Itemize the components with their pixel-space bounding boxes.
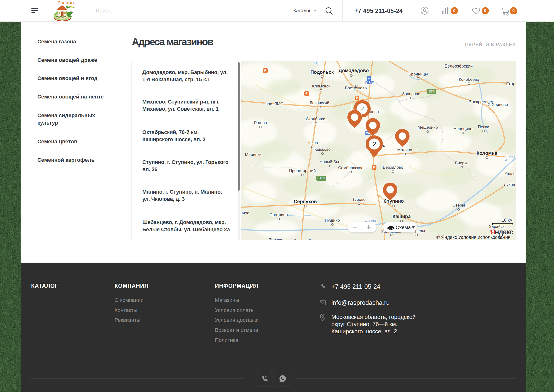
svg-text:Кашира: Кашира	[393, 214, 411, 219]
svg-text:Егорь: Егорь	[506, 82, 516, 86]
svg-text:₽: ₽	[264, 69, 266, 72]
svg-text:Серпухов: Серпухов	[294, 199, 317, 204]
svg-text:ничи: ничи	[241, 210, 249, 215]
svg-text:Заокский: Заокский	[294, 239, 311, 240]
svg-text:Пущино: Пущино	[325, 218, 340, 223]
svg-text:Климовск: Климовск	[312, 84, 330, 88]
svg-text:Мещерино: Мещерино	[418, 125, 438, 130]
svg-text:Непецино: Непецино	[454, 126, 472, 131]
svg-text:Львовский: Львовский	[309, 101, 329, 105]
svg-text:Озёры: Озёры	[452, 203, 465, 208]
svg-text:E105: E105	[317, 176, 325, 180]
svg-text:Схема: Схема	[396, 224, 411, 230]
svg-text:Лухов: Лухов	[504, 182, 515, 187]
svg-text:10 км: 10 км	[502, 218, 512, 223]
svg-text:Воскресенск: Воскресенск	[469, 99, 494, 104]
svg-text:2: 2	[360, 105, 364, 113]
svg-text:Ступино: Ступино	[384, 198, 404, 204]
svg-text:Новый Быт: Новый Быт	[320, 160, 341, 164]
svg-text:Таруса: Таруса	[269, 238, 282, 240]
svg-text:Верзилово: Верзилово	[383, 165, 403, 170]
svg-text:Пролетарский: Пролетарский	[289, 168, 316, 173]
svg-text:DME: DME	[365, 81, 374, 85]
svg-text:Протвино: Протвино	[270, 212, 288, 217]
svg-text:дача: дача	[66, 5, 75, 9]
svg-text:Красн: Красн	[505, 172, 516, 176]
svg-text:Пески: Пески	[478, 125, 489, 129]
svg-text:2: 2	[372, 140, 376, 148]
svg-text:о: о	[383, 143, 385, 148]
svg-text:Маринки: Маринки	[245, 152, 261, 157]
svg-text:Малино: Малино	[397, 147, 412, 152]
svg-text:Чехов: Чехов	[307, 140, 318, 145]
svg-text:Рогово: Рогово	[254, 120, 267, 125]
svg-text:Биорки: Биорки	[455, 161, 469, 165]
svg-text:Коломна: Коломна	[477, 150, 498, 156]
svg-text:Заворово: Заворово	[402, 91, 420, 96]
svg-text:Хорлово: Хорлово	[492, 102, 508, 107]
svg-text:Семёновское: Семёновское	[338, 166, 364, 170]
svg-text:₽: ₽	[306, 91, 308, 95]
svg-text:₽: ₽	[356, 96, 358, 100]
svg-text:OSF: OSF	[314, 61, 322, 65]
svg-text:✈: ✈	[368, 77, 370, 80]
svg-text:Домодедово: Домодедово	[339, 68, 369, 73]
svg-text:Бронницы: Бронницы	[408, 72, 428, 77]
svg-text:Подольск: Подольск	[310, 70, 334, 75]
svg-text:Белоозёрский: Белоозёрский	[444, 64, 473, 69]
svg-text:© Яндекс Условия использовани: © Яндекс Условия использования	[436, 235, 510, 240]
svg-text:Крюково: Крюково	[314, 147, 331, 152]
svg-text:₽: ₽	[373, 165, 375, 169]
svg-text:Столбовая: Столбовая	[306, 117, 326, 121]
svg-text:Турово: Турово	[352, 197, 366, 202]
svg-text:Конобеево: Конобеево	[459, 77, 479, 82]
svg-text:пос. ЛМС: пос. ЛМС	[266, 102, 283, 106]
svg-text:E30: E30	[429, 89, 435, 93]
